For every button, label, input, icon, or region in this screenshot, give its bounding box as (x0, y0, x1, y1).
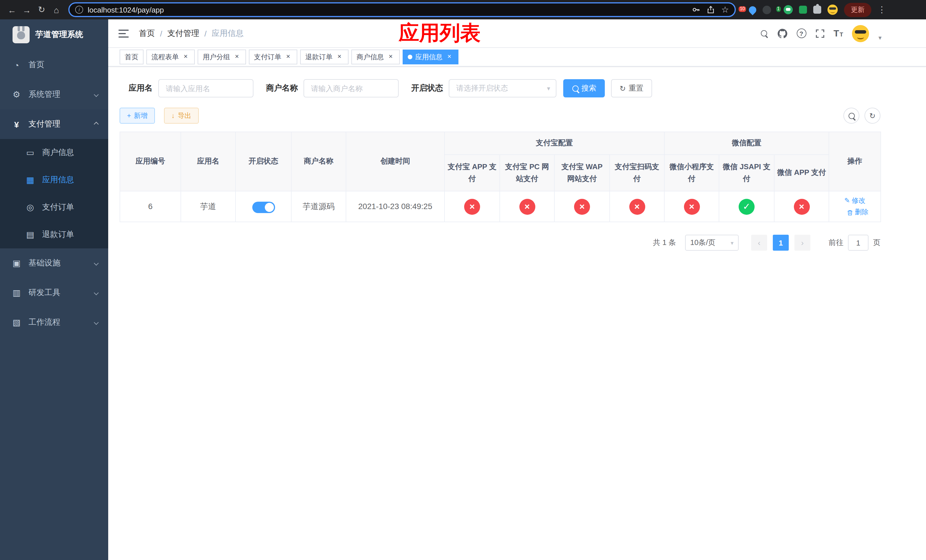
extension-wechat-icon[interactable] (784, 5, 793, 14)
app-title: 芋道管理系统 (35, 30, 83, 40)
order-icon: ◎ (25, 202, 35, 212)
search-button[interactable]: 搜索 (563, 79, 605, 97)
help-icon[interactable]: ? (796, 29, 806, 38)
cell-op: ✎修改删除 (829, 191, 881, 222)
forward-icon[interactable]: → (20, 2, 34, 17)
app-name-input[interactable] (158, 79, 253, 97)
share-icon[interactable] (707, 6, 714, 14)
user-avatar[interactable] (852, 25, 869, 42)
home-icon[interactable]: ⌂ (49, 2, 64, 17)
infra-icon: ▣ (11, 258, 22, 268)
url-text[interactable]: localhost:1024/pay/app (88, 5, 164, 14)
github-icon[interactable] (777, 28, 787, 38)
sidebar-item-label: 支付管理 (29, 119, 61, 129)
grid-icon: ▦ (25, 175, 35, 185)
page-number-button[interactable]: 1 (773, 235, 789, 251)
close-icon[interactable]: × (182, 53, 190, 61)
back-icon[interactable]: ← (5, 2, 20, 17)
site-info-icon[interactable]: i (75, 6, 83, 14)
extension-dark-icon[interactable] (763, 5, 771, 14)
sidebar-item-workflow[interactable]: ▧ 工作流程 (0, 308, 108, 337)
close-icon[interactable]: × (336, 53, 343, 61)
refresh-icon: ↻ (869, 111, 876, 120)
close-icon[interactable]: × (445, 53, 453, 61)
sidebar-item-system[interactable]: ⚙ 系统管理 (0, 80, 108, 109)
sidebar-item-app-info[interactable]: ▦ 应用信息 (0, 166, 108, 194)
avatar-caret-icon[interactable]: ▾ (878, 34, 882, 42)
tab-pay-orders[interactable]: 支付订单 × (249, 50, 297, 64)
col-header-alipay-qr: 支付宝扫码支付 (610, 155, 664, 191)
tags-view-bar: 首页 流程表单 × 用户分组 × 支付订单 × 退款订单 × 商户信息 × (108, 48, 926, 67)
close-icon[interactable]: × (387, 53, 395, 61)
sidebar-item-merchant-info[interactable]: ▭ 商户信息 (0, 139, 108, 166)
bookmark-star-icon[interactable]: ☆ (721, 5, 729, 15)
yen-icon: ¥ (11, 120, 22, 129)
sidebar-item-pay-orders[interactable]: ◎ 支付订单 (0, 194, 108, 221)
sidebar-item-payment[interactable]: ¥ 支付管理 (0, 109, 108, 139)
breadcrumb-home[interactable]: 首页 (139, 28, 155, 38)
tab-refund-orders[interactable]: 退款订单 × (300, 50, 348, 64)
app-table: 应用编号 应用名 开启状态 商户名称 创建时间 支付宝配置 微信配置 操作 支付… (120, 132, 881, 222)
sidebar-item-refund-orders[interactable]: ▤ 退款订单 (0, 221, 108, 248)
tab-merchant-info[interactable]: 商户信息 × (351, 50, 400, 64)
browser-menu-icon[interactable]: ⋮ (878, 5, 886, 15)
status-select[interactable]: 请选择开启状态 ▾ (449, 79, 557, 97)
gear-icon: ⚙ (11, 89, 22, 100)
close-icon[interactable]: × (284, 53, 292, 61)
reset-button[interactable]: ↻ 重置 (611, 79, 652, 97)
add-button[interactable]: + 新增 (120, 107, 155, 124)
tab-app-info[interactable]: 应用信息 × (402, 50, 458, 64)
goto-label: 前往 (829, 238, 843, 248)
tab-home[interactable]: 首页 (120, 50, 144, 64)
export-button[interactable]: ↓ 导出 (164, 107, 199, 124)
fullscreen-icon[interactable] (815, 29, 825, 38)
collapse-sidebar-icon[interactable] (118, 29, 129, 37)
sidebar-item-label: 基础设施 (29, 258, 61, 268)
breadcrumb-payment[interactable]: 支付管理 (168, 28, 199, 38)
merchant-name-input[interactable] (304, 79, 399, 97)
page-size-select[interactable]: 10条/页 ▾ (685, 235, 738, 251)
sidebar-item-infra[interactable]: ▣ 基础设施 (0, 248, 108, 278)
tab-process-form[interactable]: 流程表单 × (146, 50, 195, 64)
search-icon (848, 112, 855, 119)
status-icon: × (574, 198, 590, 215)
close-icon[interactable]: × (233, 53, 241, 61)
cell-alipay-wap: × (554, 191, 610, 222)
prev-page-button[interactable]: ‹ (751, 235, 767, 251)
search-icon[interactable] (760, 29, 768, 37)
extension-drop-icon[interactable] (747, 5, 758, 15)
goto-page-input[interactable] (848, 235, 869, 251)
total-count: 共 1 条 (653, 238, 676, 248)
tab-user-group[interactable]: 用户分组 × (198, 50, 246, 64)
font-size-icon[interactable]: TT (834, 28, 843, 38)
cell-alipay-qr: × (610, 191, 664, 222)
page-content: 应用名 商户名称 开启状态 请选择开启状态 ▾ 搜索 ↻ 重置 (108, 67, 926, 251)
top-navbar: 首页 / 支付管理 / 应用信息 ? TT ▾ (108, 20, 926, 48)
sidebar-item-dev-tools[interactable]: ▥ 研发工具 (0, 278, 108, 308)
refresh-table-button[interactable]: ↻ (864, 107, 881, 124)
col-header-alipay-pc: 支付宝 PC 网站支付 (500, 155, 554, 191)
group-header-wechat: 微信配置 (664, 132, 829, 155)
col-header-created: 创建时间 (346, 132, 445, 191)
status-toggle[interactable] (252, 201, 275, 213)
extension-green-icon[interactable] (799, 6, 807, 14)
password-key-icon[interactable] (691, 6, 700, 14)
address-bar[interactable]: i localhost:1024/pay/app ☆ (68, 2, 736, 17)
group-header-alipay: 支付宝配置 (445, 132, 664, 155)
toggle-search-button[interactable] (843, 107, 859, 124)
reload-icon[interactable]: ↻ (34, 2, 49, 17)
next-page-button[interactable]: › (794, 235, 810, 251)
extensions-puzzle-icon[interactable] (813, 6, 821, 14)
sidebar-item-home[interactable]: ◔ 首页 (0, 50, 108, 80)
edit-link[interactable]: ✎修改 (844, 195, 865, 206)
browser-update-button[interactable]: 更新 (844, 3, 872, 17)
profile-avatar-icon[interactable] (828, 5, 838, 15)
status-icon: × (464, 198, 480, 215)
delete-link[interactable]: 删除 (847, 207, 869, 218)
flow-icon: ▧ (11, 317, 22, 328)
main-area: 首页 / 支付管理 / 应用信息 ? TT ▾ 首页 (108, 20, 926, 560)
trash-icon (847, 209, 853, 216)
sidebar-logo[interactable]: 芋道管理系统 (0, 20, 108, 50)
cell-wx-app: × (774, 191, 829, 222)
sidebar-item-label: 商户信息 (42, 148, 74, 158)
